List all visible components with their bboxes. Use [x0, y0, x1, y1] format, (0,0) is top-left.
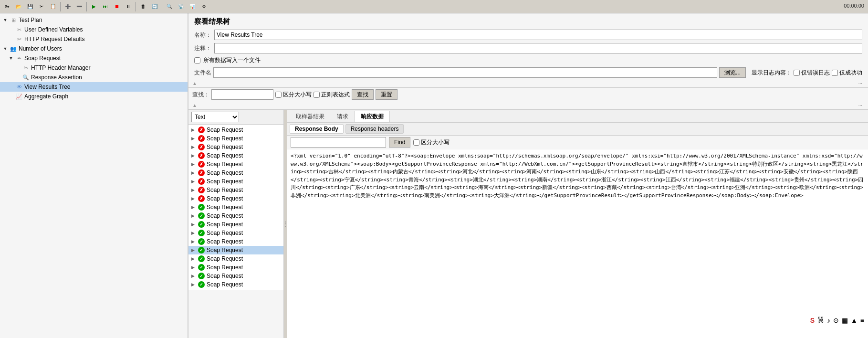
item-arrow-12: ▶: [191, 222, 196, 227]
only-errors-checkbox[interactable]: [794, 70, 800, 76]
browse-button[interactable]: 浏览...: [719, 67, 746, 78]
tree-label-test-plan: Test Plan: [19, 17, 42, 23]
toolbar-btn-stop[interactable]: ⏹: [112, 1, 122, 12]
tree-item-view-results[interactable]: 👁 View Results Tree: [0, 82, 188, 92]
result-item-5[interactable]: ▶ ✗ Soap Request: [188, 160, 283, 169]
toolbar-btn-start-no-pauses[interactable]: ⏭: [100, 1, 111, 12]
result-name-14: Soap Request: [207, 238, 243, 245]
tab-response-data[interactable]: 响应数据: [355, 111, 390, 122]
toolbar-btn-cut[interactable]: ✂: [36, 1, 47, 12]
result-item-17[interactable]: ▶ ✓ Soap Request: [188, 263, 283, 272]
item-arrow-14: ▶: [191, 239, 196, 244]
name-input[interactable]: [214, 30, 862, 40]
toolbar-btn-clear-all[interactable]: 🔄: [149, 1, 160, 12]
file-option-checkbox[interactable]: [194, 57, 200, 63]
item-arrow-4: ▶: [191, 153, 196, 158]
case-sensitive-2-checkbox[interactable]: [413, 139, 419, 146]
toolbar-btn-clear[interactable]: 🗑: [138, 1, 148, 12]
result-item-14[interactable]: ▶ ✓ Soap Request: [188, 237, 283, 246]
toolbar-btn-remote-start[interactable]: 📡: [176, 1, 186, 12]
tree-arrow-graph: [8, 93, 14, 100]
item-arrow-9: ▶: [191, 196, 196, 201]
filename-input[interactable]: [213, 67, 717, 78]
regex-checkbox[interactable]: [314, 92, 320, 98]
item-arrow-13: ▶: [191, 231, 196, 235]
result-item-3[interactable]: ▶ ✗ Soap Request: [188, 143, 283, 151]
left-panel: ▼ ⊞ Test Plan ✂ User Defined Variables ✂…: [0, 13, 188, 338]
comment-input[interactable]: [214, 43, 862, 53]
item-arrow-3: ▶: [191, 145, 196, 149]
sub-tab-response-body[interactable]: Response Body: [290, 124, 344, 134]
find-button[interactable]: Find: [389, 137, 410, 148]
tab-sampler-results[interactable]: 取样器结果: [290, 111, 331, 122]
result-name-10: Soap Request: [207, 204, 243, 211]
result-item-19[interactable]: ▶ ✓ Soap Request: [188, 280, 283, 289]
tree-item-number-of-users[interactable]: ▼ 👥 Number of Users: [0, 44, 188, 53]
find-input[interactable]: [291, 137, 386, 148]
collapse-btn-1[interactable]: ···: [857, 80, 864, 86]
tree-item-user-defined-vars[interactable]: ✂ User Defined Variables: [0, 25, 188, 34]
tree-item-soap-request-parent[interactable]: ▼ ✒ Soap Request: [0, 53, 188, 63]
result-item-15[interactable]: ▶ ✓ Soap Request: [188, 246, 283, 254]
tree-item-response-assertion[interactable]: 🔍 Response Assertion: [0, 73, 188, 82]
result-item-12[interactable]: ▶ ✓ Soap Request: [188, 220, 283, 229]
regex-label: 正则表达式: [314, 91, 350, 99]
sub-tab-response-headers[interactable]: Response headers: [345, 124, 404, 134]
result-item-16[interactable]: ▶ ✓ Soap Request: [188, 254, 283, 263]
panel-title: 察看结果树: [188, 13, 868, 28]
result-item-13[interactable]: ▶ ✓ Soap Request: [188, 229, 283, 237]
case-sensitive-checkbox[interactable]: [275, 92, 282, 98]
toolbar-btn-remove[interactable]: ➖: [74, 1, 84, 12]
filename-label: 文件名: [194, 69, 211, 77]
ok-icon-19: ✓: [198, 281, 205, 288]
fail-icon-5: ✗: [198, 161, 205, 168]
result-item-1[interactable]: ▶ ✗ Soap Request: [188, 126, 283, 134]
toolbar-btn-options[interactable]: ⚙: [199, 1, 209, 12]
result-name-16: Soap Request: [207, 255, 243, 262]
toolbar-btn-shutdown[interactable]: ⏸: [123, 1, 134, 12]
toolbar-btn-add[interactable]: ➕: [63, 1, 73, 12]
toolbar-btn-copy[interactable]: 📋: [48, 1, 58, 12]
float-icon-grid[interactable]: ▦: [842, 317, 848, 324]
collapse-btn-2[interactable]: ···: [857, 102, 864, 108]
result-name-6: Soap Request: [207, 169, 243, 176]
tree-item-test-plan[interactable]: ▼ ⊞ Test Plan: [0, 15, 188, 25]
only-errors-label: 仅错误日志: [794, 69, 830, 77]
toolbar-btn-save[interactable]: 💾: [25, 1, 35, 12]
fail-icon-2: ✗: [198, 135, 205, 142]
float-icon-menu[interactable]: ≡: [860, 317, 864, 324]
result-item-7[interactable]: ▶ ✗ Soap Request: [188, 177, 283, 186]
case-sensitive-2-label: 区分大小写: [413, 138, 450, 147]
toolbar-btn-open[interactable]: 📂: [13, 1, 24, 12]
toolbar-btn-templates[interactable]: 📊: [187, 1, 198, 12]
result-item-6[interactable]: ▶ ✗ Soap Request: [188, 169, 283, 177]
reset-button[interactable]: 重置: [376, 89, 397, 100]
result-item-8[interactable]: ▶ ✗ Soap Request: [188, 186, 283, 194]
result-item-2[interactable]: ▶ ✗ Soap Request: [188, 134, 283, 143]
search-button[interactable]: 查找: [352, 89, 374, 100]
float-icon-triangle[interactable]: ▲: [851, 317, 858, 324]
search-input[interactable]: [211, 89, 273, 100]
result-item-11[interactable]: ▶ ✓ Soap Request: [188, 211, 283, 220]
type-select[interactable]: Text JSON XML HTML: [191, 112, 239, 122]
tab-request[interactable]: 请求: [331, 111, 355, 122]
float-icon-music[interactable]: ♪: [827, 317, 830, 324]
toolbar-btn-start[interactable]: ▶: [89, 1, 99, 12]
tree-item-aggregate-graph[interactable]: 📈 Aggregate Graph: [0, 92, 188, 101]
float-icon-circle[interactable]: ⊙: [833, 317, 839, 324]
result-item-4[interactable]: ▶ ✗ Soap Request: [188, 151, 283, 160]
toolbar-btn-search[interactable]: 🔍: [164, 1, 175, 12]
toolbar-btn-new[interactable]: 🗁: [2, 1, 12, 12]
tree-item-http-header[interactable]: ✂ HTTP Header Manager: [0, 63, 188, 73]
result-item-10[interactable]: ▶ ✓ Soap Request: [188, 203, 283, 211]
float-icon-s[interactable]: S: [810, 317, 815, 324]
ok-icon-17: ✓: [198, 264, 205, 271]
only-success-checkbox[interactable]: [832, 70, 838, 76]
search-label: 查找：: [192, 91, 209, 99]
tree-item-http-defaults[interactable]: ✂ HTTP Request Defaults: [0, 34, 188, 44]
plan-icon: ⊞: [10, 16, 17, 24]
result-name-5: Soap Request: [207, 161, 243, 168]
result-item-18[interactable]: ▶ ✓ Soap Request: [188, 272, 283, 280]
float-icon-wing[interactable]: 翼: [817, 316, 824, 325]
result-item-9[interactable]: ▶ ✗ Soap Request: [188, 194, 283, 203]
